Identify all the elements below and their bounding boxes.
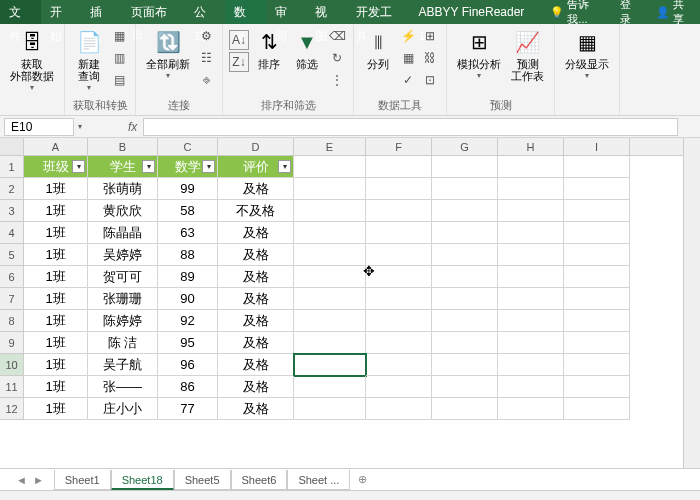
- cell-D4[interactable]: 及格: [218, 222, 294, 244]
- cell-B5[interactable]: 吴婷婷: [88, 244, 158, 266]
- name-box[interactable]: [4, 118, 74, 136]
- cell-E8[interactable]: [294, 310, 366, 332]
- cell-H1[interactable]: [498, 156, 564, 178]
- cell-A9[interactable]: 1班: [24, 332, 88, 354]
- cell-D12[interactable]: 及格: [218, 398, 294, 420]
- sort-desc-button[interactable]: Z↓: [229, 52, 249, 72]
- cell-C5[interactable]: 88: [158, 244, 218, 266]
- cell-C11[interactable]: 86: [158, 376, 218, 398]
- consolidate-button[interactable]: ⊞: [420, 26, 440, 46]
- sheet-tab-Sheet6[interactable]: Sheet6: [231, 470, 288, 490]
- namebox-dropdown-icon[interactable]: ▾: [78, 122, 82, 131]
- row-header[interactable]: 1: [0, 156, 24, 178]
- tell-me[interactable]: 💡告诉我...: [542, 0, 612, 27]
- cell-G5[interactable]: [432, 244, 498, 266]
- refresh-all-button[interactable]: 🔃 全部刷新▾: [142, 26, 194, 83]
- cell-C6[interactable]: 89: [158, 266, 218, 288]
- tab-file[interactable]: 文件: [0, 0, 41, 24]
- filter-dropdown-icon[interactable]: ▾: [142, 160, 155, 173]
- sheet-nav-prev-icon[interactable]: ◄: [16, 474, 27, 486]
- cell-I2[interactable]: [564, 178, 630, 200]
- cell-H5[interactable]: [498, 244, 564, 266]
- cell-F1[interactable]: [366, 156, 432, 178]
- vertical-scrollbar[interactable]: [683, 138, 700, 468]
- formula-bar[interactable]: [143, 118, 678, 136]
- row-header[interactable]: 8: [0, 310, 24, 332]
- cell-I3[interactable]: [564, 200, 630, 222]
- cell-C9[interactable]: 95: [158, 332, 218, 354]
- tab-公式[interactable]: 公式: [185, 0, 226, 24]
- cell-F6[interactable]: [366, 266, 432, 288]
- reapply-button[interactable]: ↻: [327, 48, 347, 68]
- cell-D1[interactable]: 评价▾: [218, 156, 294, 178]
- row-header[interactable]: 6: [0, 266, 24, 288]
- clear-filter-button[interactable]: ⌫: [327, 26, 347, 46]
- cell-F11[interactable]: [366, 376, 432, 398]
- cell-I6[interactable]: [564, 266, 630, 288]
- cell-E7[interactable]: [294, 288, 366, 310]
- col-header-I[interactable]: I: [564, 138, 630, 155]
- cell-G6[interactable]: [432, 266, 498, 288]
- connections-button[interactable]: ⚙: [196, 26, 216, 46]
- cell-H9[interactable]: [498, 332, 564, 354]
- row-header[interactable]: 7: [0, 288, 24, 310]
- row-header[interactable]: 2: [0, 178, 24, 200]
- cell-I9[interactable]: [564, 332, 630, 354]
- cell-I11[interactable]: [564, 376, 630, 398]
- cell-A8[interactable]: 1班: [24, 310, 88, 332]
- show-queries-button[interactable]: ▦: [109, 26, 129, 46]
- cell-B4[interactable]: 陈晶晶: [88, 222, 158, 244]
- filter-dropdown-icon[interactable]: ▾: [278, 160, 291, 173]
- cell-B3[interactable]: 黄欣欣: [88, 200, 158, 222]
- cell-C7[interactable]: 90: [158, 288, 218, 310]
- row-header[interactable]: 3: [0, 200, 24, 222]
- col-header-F[interactable]: F: [366, 138, 432, 155]
- cell-B8[interactable]: 陈婷婷: [88, 310, 158, 332]
- filter-dropdown-icon[interactable]: ▾: [72, 160, 85, 173]
- cell-A7[interactable]: 1班: [24, 288, 88, 310]
- cell-F10[interactable]: [366, 354, 432, 376]
- data-model-button[interactable]: ⊡: [420, 70, 440, 90]
- sheet-tab-Sheet18[interactable]: Sheet18: [111, 470, 174, 490]
- cell-I4[interactable]: [564, 222, 630, 244]
- cell-E11[interactable]: [294, 376, 366, 398]
- cell-F9[interactable]: [366, 332, 432, 354]
- cell-D10[interactable]: 及格: [218, 354, 294, 376]
- tab-开发工具[interactable]: 开发工具: [347, 0, 410, 24]
- login-button[interactable]: 登录: [612, 0, 648, 27]
- new-sheet-button[interactable]: ⊕: [350, 473, 375, 486]
- sort-asc-button[interactable]: A↓: [229, 30, 249, 50]
- cell-H12[interactable]: [498, 398, 564, 420]
- outline-button[interactable]: ▦ 分级显示▾: [561, 26, 613, 83]
- row-header[interactable]: 11: [0, 376, 24, 398]
- relationships-button[interactable]: ⛓: [420, 48, 440, 68]
- remove-dup-button[interactable]: ▦: [398, 48, 418, 68]
- cell-E6[interactable]: [294, 266, 366, 288]
- select-all-corner[interactable]: [0, 138, 24, 155]
- cell-I5[interactable]: [564, 244, 630, 266]
- col-header-C[interactable]: C: [158, 138, 218, 155]
- cell-A10[interactable]: 1班: [24, 354, 88, 376]
- cell-E3[interactable]: [294, 200, 366, 222]
- forecast-sheet-button[interactable]: 📈 预测 工作表: [507, 26, 548, 84]
- advanced-filter-button[interactable]: ⋮: [327, 70, 347, 90]
- cell-C10[interactable]: 96: [158, 354, 218, 376]
- filter-dropdown-icon[interactable]: ▾: [202, 160, 215, 173]
- flash-fill-button[interactable]: ⚡: [398, 26, 418, 46]
- cell-E4[interactable]: [294, 222, 366, 244]
- tab-开始[interactable]: 开始: [41, 0, 82, 24]
- cell-E1[interactable]: [294, 156, 366, 178]
- cell-G2[interactable]: [432, 178, 498, 200]
- cell-G9[interactable]: [432, 332, 498, 354]
- cell-C12[interactable]: 77: [158, 398, 218, 420]
- cell-G11[interactable]: [432, 376, 498, 398]
- cell-D2[interactable]: 及格: [218, 178, 294, 200]
- cell-C4[interactable]: 63: [158, 222, 218, 244]
- col-header-G[interactable]: G: [432, 138, 498, 155]
- cell-G4[interactable]: [432, 222, 498, 244]
- cell-H3[interactable]: [498, 200, 564, 222]
- cell-G8[interactable]: [432, 310, 498, 332]
- sheet-tab-Sheet5[interactable]: Sheet5: [174, 470, 231, 490]
- cell-I1[interactable]: [564, 156, 630, 178]
- cell-H8[interactable]: [498, 310, 564, 332]
